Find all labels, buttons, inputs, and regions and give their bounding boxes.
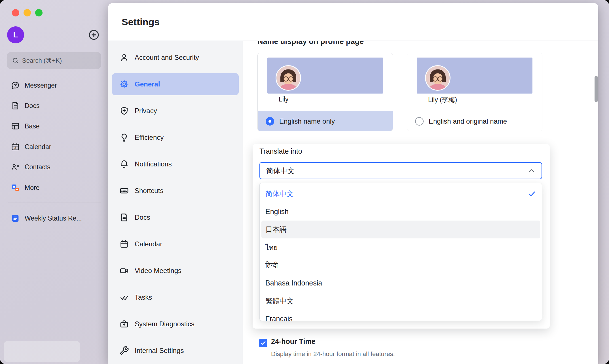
language-option-french[interactable]: Français xyxy=(260,310,542,321)
sidebar-item-docs[interactable]: Docs xyxy=(4,97,103,115)
language-option-label: Bahasa Indonesia xyxy=(265,279,322,287)
minimize-window-button[interactable] xyxy=(24,9,31,16)
lightbulb-icon xyxy=(119,133,129,142)
language-option-label: Français xyxy=(265,315,293,321)
app-window: L Messenger Docs xyxy=(0,0,609,364)
search-input[interactable] xyxy=(22,57,90,64)
language-option-label: English xyxy=(265,208,289,216)
sidebar-divider xyxy=(8,202,101,202)
radio-option-english-and-original-name[interactable]: English and original name xyxy=(407,111,542,131)
nav-item-docs[interactable]: Docs xyxy=(112,206,239,228)
checkmark-icon xyxy=(260,340,267,346)
nav-item-label: Notifications xyxy=(135,160,172,168)
translate-into-label: Translate into xyxy=(259,147,302,155)
scrollbar-thumb[interactable] xyxy=(595,76,598,102)
language-option-hindi[interactable]: हिन्दी xyxy=(260,256,542,274)
language-option-label: 繁體中文 xyxy=(265,296,294,306)
name-display-card-english-and-original: Lily (李梅) English and original name xyxy=(407,53,542,131)
settings-nav: Account and Security General Privacy xyxy=(108,41,243,364)
user-avatar[interactable]: L xyxy=(7,26,24,43)
24-hour-time-checkbox[interactable] xyxy=(259,339,267,347)
docs-icon xyxy=(11,101,20,110)
person-icon xyxy=(119,53,129,62)
pinned-doc-icon xyxy=(11,214,20,223)
zoom-window-button[interactable] xyxy=(35,9,43,16)
settings-header: Settings xyxy=(108,3,598,41)
nav-item-account-and-security[interactable]: Account and Security xyxy=(112,46,239,69)
language-option-label: 日本語 xyxy=(265,225,287,234)
sidebar-item-calendar[interactable]: 2 Calendar xyxy=(4,138,103,156)
nav-item-efficiency[interactable]: Efficiency xyxy=(112,126,239,149)
sidebar-item-weekly-status[interactable]: Weekly Status Re... xyxy=(4,209,103,227)
language-option-english[interactable]: English xyxy=(260,203,542,221)
contacts-icon xyxy=(11,162,20,172)
profile-photo xyxy=(276,66,300,90)
radio-selected-icon[interactable] xyxy=(266,117,274,126)
sidebar-item-more[interactable]: More xyxy=(4,179,103,197)
settings-modal: Settings Account and Security General xyxy=(108,3,598,364)
shield-icon xyxy=(119,106,129,116)
nav-item-privacy[interactable]: Privacy xyxy=(112,100,239,122)
nav-item-system-diagnostics[interactable]: System Diagnostics xyxy=(112,313,239,335)
24-hour-time-label: 24-hour Time xyxy=(271,337,316,346)
calendar-icon: 2 xyxy=(11,142,20,151)
double-check-icon xyxy=(119,293,129,302)
sidebar-item-label: Calendar xyxy=(25,143,51,151)
language-option-simplified-chinese[interactable]: 简体中文 xyxy=(260,185,542,203)
language-option-traditional-chinese[interactable]: 繁體中文 xyxy=(260,292,542,310)
name-display-card-english-only: Lily English name only xyxy=(257,53,393,131)
translate-language-select[interactable]: 简体中文 xyxy=(259,162,542,179)
nav-item-internal-settings[interactable]: Internal Settings xyxy=(112,340,239,362)
nav-item-label: Account and Security xyxy=(135,54,199,62)
language-option-label: हिन्दी xyxy=(265,261,278,270)
language-option-label: 简体中文 xyxy=(265,189,294,198)
nav-item-video-meetings[interactable]: Video Meetings xyxy=(112,260,239,282)
language-dropdown-list: 简体中文 English 日本語 ไทย हि xyxy=(259,183,542,321)
settings-content: Name display on profile page xyxy=(243,41,598,364)
sidebar-item-label: Docs xyxy=(25,102,39,110)
add-button[interactable] xyxy=(88,29,100,41)
language-option-japanese[interactable]: 日本語 xyxy=(261,221,540,238)
toolbox-icon xyxy=(119,319,129,329)
radio-unselected-icon[interactable] xyxy=(415,117,424,126)
sidebar-item-messenger[interactable]: Messenger xyxy=(4,76,103,94)
sidebar-item-label: Contacts xyxy=(25,163,50,171)
profile-preview: Lily xyxy=(258,53,393,111)
nav-item-label: Tasks xyxy=(135,293,152,301)
selected-language-value: 简体中文 xyxy=(266,166,295,175)
video-camera-icon xyxy=(119,266,129,276)
close-window-button[interactable] xyxy=(12,9,19,16)
translate-section: Translate into 简体中文 简体中文 Engli xyxy=(253,144,550,329)
language-option-bahasa-indonesia[interactable]: Bahasa Indonesia xyxy=(260,274,542,292)
settings-title: Settings xyxy=(122,16,160,27)
nav-item-label: Shortcuts xyxy=(135,187,163,195)
user-avatar-initial: L xyxy=(13,30,18,39)
search-bar[interactable] xyxy=(7,52,101,69)
document-icon xyxy=(119,213,129,222)
sidebar-item-label: Weekly Status Re... xyxy=(25,215,82,222)
nav-item-label: Video Meetings xyxy=(135,267,181,275)
profile-preview: Lily (李梅) xyxy=(407,53,542,111)
sidebar-item-base[interactable]: Base xyxy=(4,117,103,135)
radio-option-english-name-only[interactable]: English name only xyxy=(258,111,393,131)
nav-item-label: Docs xyxy=(135,213,150,221)
nav-item-calendar[interactable]: Calendar xyxy=(112,233,239,255)
radio-label: English name only xyxy=(279,117,335,125)
section-heading: Name display on profile page xyxy=(257,41,364,46)
sidebar-item-label: Messenger xyxy=(25,82,57,89)
keyboard-icon xyxy=(119,186,129,196)
check-icon xyxy=(528,190,536,198)
nav-item-shortcuts[interactable]: Shortcuts xyxy=(112,180,239,202)
nav-item-label: Internal Settings xyxy=(135,347,184,355)
sidebar-item-contacts[interactable]: Contacts xyxy=(4,158,103,176)
preview-display-name: Lily (李梅) xyxy=(428,96,457,104)
plus-circle-icon xyxy=(88,29,100,41)
nav-item-general[interactable]: General xyxy=(112,73,239,95)
language-option-thai[interactable]: ไทย xyxy=(260,238,542,256)
sidebar-bottom-highlight xyxy=(4,341,80,362)
nav-item-notifications[interactable]: Notifications xyxy=(112,153,239,175)
nav-item-tasks[interactable]: Tasks xyxy=(112,286,239,308)
messenger-icon xyxy=(11,81,20,90)
radio-label: English and original name xyxy=(429,117,507,125)
chevron-up-icon xyxy=(527,166,536,175)
